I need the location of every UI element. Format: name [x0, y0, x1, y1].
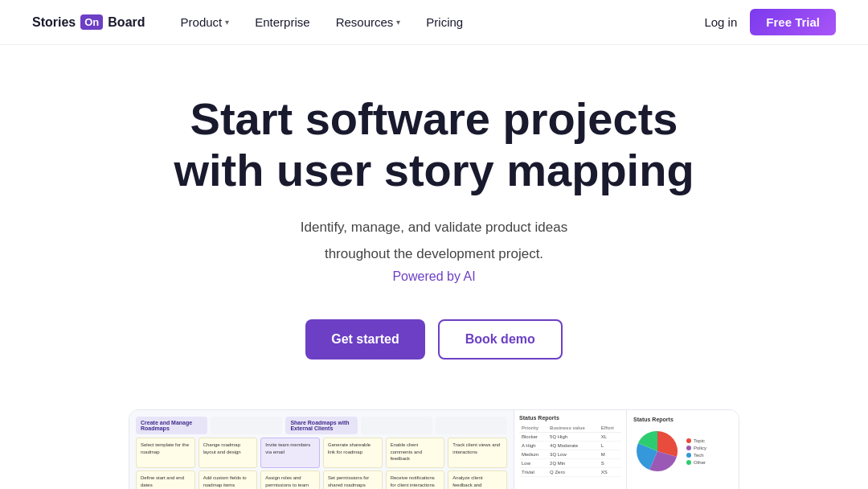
db-header-row: Create and Manage Roadmaps Share Roadmap… — [136, 417, 507, 434]
hero-subtitle-line1: Identify, manage, and validate product i… — [301, 216, 567, 238]
chevron-down-icon: ▾ — [225, 18, 229, 27]
chart-title: Status Reports — [633, 417, 732, 422]
legend-dot-tech — [686, 453, 691, 458]
nav-link-pricing[interactable]: Pricing — [416, 9, 473, 35]
hero-title: Start software projects with user story … — [153, 93, 715, 197]
nav-link-resources[interactable]: Resources ▾ — [326, 9, 411, 35]
logo[interactable]: Stories On Board — [32, 14, 145, 30]
dashboard-preview: Create and Manage Roadmaps Share Roadmap… — [129, 409, 739, 489]
db-card-1: Select template for the roadmap — [136, 438, 195, 468]
db-card2-5: Receive notifications for client interac… — [386, 471, 445, 489]
db-card2-1: Define start and end dates — [136, 471, 195, 489]
hero-buttons: Get started Book demo — [305, 319, 563, 360]
db-card-6: Track client views and interactions — [448, 438, 507, 468]
legend-item-policy: Policy — [686, 446, 706, 450]
db-header-blank2 — [361, 417, 432, 434]
status-table: Priority Business value Effort Blocker 5… — [519, 424, 621, 477]
legend-item-topic: Topic — [686, 438, 706, 443]
db-card2-4: Set permissions for shared roadmaps — [323, 471, 383, 489]
get-started-button[interactable]: Get started — [305, 319, 424, 360]
db-card2-6: Analyze client feedback and suggestions — [448, 471, 507, 489]
table-row: Low 2Q Min S — [519, 459, 621, 468]
dashboard-main: Create and Manage Roadmaps Share Roadmap… — [129, 410, 514, 489]
db-header-create: Create and Manage Roadmaps — [136, 417, 207, 434]
db-card-3: Invite team members via email — [260, 438, 320, 468]
db-card-2: Change roadmap layout and design — [199, 438, 258, 468]
hero-subtitle-line2: throughout the development project. — [325, 243, 543, 265]
logo-text-board: Board — [108, 15, 145, 30]
db-card2-3: Assign roles and permissions to team mem… — [260, 471, 320, 489]
table-row: A High 4Q Moderate L — [519, 442, 621, 450]
chevron-down-icon: ▾ — [396, 18, 400, 27]
side-table-title: Status Reports — [519, 415, 621, 421]
nav-link-enterprise[interactable]: Enterprise — [245, 9, 319, 35]
dashboard-chart: Status Reports Topic Polic — [626, 410, 739, 489]
db-card-4: Generate shareable link for roadmap — [323, 438, 383, 468]
col-business-value: Business value — [547, 424, 599, 433]
ai-powered-link[interactable]: Powered by AI — [392, 269, 475, 284]
col-priority: Priority — [519, 424, 547, 433]
db-header-share: Share Roadmaps with External Clients — [285, 417, 357, 434]
legend-dot-other — [686, 460, 691, 465]
legend-item-tech: Tech — [686, 453, 706, 458]
col-effort: Effort — [599, 424, 621, 433]
table-row: Trivial Q Zero XS — [519, 468, 621, 477]
legend-dot-policy — [686, 446, 691, 450]
nav-link-product[interactable]: Product ▾ — [171, 9, 240, 35]
navbar: Stories On Board Product ▾ Enterprise Re… — [0, 0, 868, 45]
legend-item-other: Other — [686, 460, 706, 465]
db-cards-row2: Define start and end dates Add custom fi… — [136, 471, 507, 489]
db-header-blank3 — [436, 417, 507, 434]
book-demo-button[interactable]: Book demo — [438, 319, 563, 360]
chart-area: Topic Policy Tech Other — [633, 427, 732, 475]
db-header-blank1 — [211, 417, 282, 434]
table-row: Blocker 5Q High XL — [519, 433, 621, 442]
db-cards-row1: Select template for the roadmap Change r… — [136, 438, 507, 468]
db-card2-2: Add custom fields to roadmap items — [199, 471, 258, 489]
hero-section: Start software projects with user story … — [0, 45, 868, 409]
db-card-5: Enable client comments and feedback — [386, 438, 445, 468]
legend-dot-topic — [686, 438, 691, 443]
nav-actions: Log in Free Trial — [704, 9, 836, 35]
login-button[interactable]: Log in — [704, 15, 737, 29]
logo-text-stories: Stories — [32, 15, 76, 30]
logo-badge: On — [80, 14, 103, 30]
pie-chart — [633, 427, 682, 475]
table-row: Medium 3Q Low M — [519, 450, 621, 459]
chart-legend: Topic Policy Tech Other — [686, 438, 706, 465]
dashboard-side-table: Status Reports Priority Business value E… — [514, 410, 626, 489]
free-trial-button[interactable]: Free Trial — [750, 9, 836, 35]
nav-links: Product ▾ Enterprise Resources ▾ Pricing — [171, 9, 705, 35]
